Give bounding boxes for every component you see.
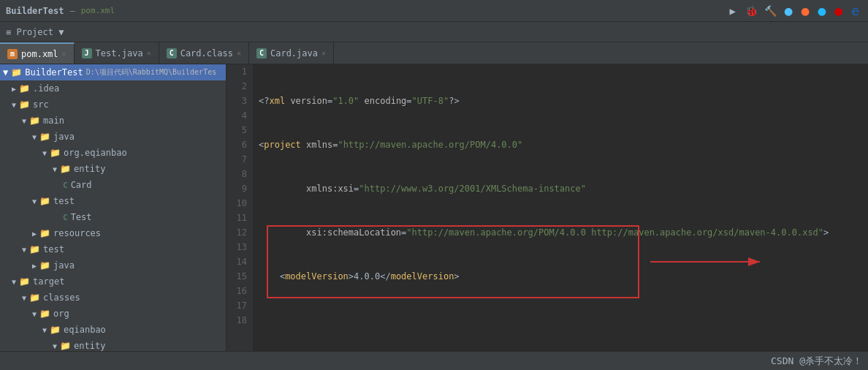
test-java-file-icon: C — [63, 213, 68, 222]
file-tree: ▼ 📁 BuilderTest D:\项目代码\RabbitMQ\Builder… — [0, 64, 226, 351]
tab-card-java-close[interactable]: ✕ — [321, 49, 326, 57]
main-chevron: ▼ — [22, 117, 26, 125]
tree-java[interactable]: ▼ 📁 java — [0, 129, 226, 145]
bottom-bar: CSDN @杀手不太冷！ — [0, 351, 868, 370]
tree-resources[interactable]: ▶ 📁 resources — [0, 225, 226, 241]
browser-icon-opera[interactable]: ● — [834, 3, 842, 19]
entity2-chevron: ▼ — [53, 342, 57, 350]
entity-chevron: ▼ — [53, 165, 57, 173]
project-bar[interactable]: ≡ Project ▼ — [0, 22, 868, 42]
test-folder-chevron: ▼ — [32, 197, 37, 205]
app-title: BuilderTest — [6, 6, 64, 16]
test2-folder-icon: 📁 — [29, 244, 40, 254]
ln-13: 13 — [232, 240, 247, 254]
org2-label: org — [53, 309, 69, 319]
main-area: ▼ 📁 BuilderTest D:\项目代码\RabbitMQ\Builder… — [0, 64, 868, 351]
main-label: main — [43, 116, 64, 126]
classes-folder-icon: 📁 — [29, 292, 40, 303]
test2-java-chevron: ▶ — [32, 262, 37, 270]
src-label: src — [33, 99, 49, 110]
code-line-1: <?xml version="1.0" encoding="UTF-8"?> — [259, 94, 862, 108]
top-bar-icons: ▶ 🐞 🔨 ● ● ● ● e — [725, 3, 862, 19]
root-folder-icon: 📁 — [11, 67, 22, 78]
eqianbao2-chevron: ▼ — [42, 326, 47, 334]
tree-entity[interactable]: ▼ 📁 entity — [0, 161, 226, 177]
tree-target[interactable]: ▼ 📁 target — [0, 273, 226, 290]
tree-eqianbao2[interactable]: ▼ 📁 eqianbao — [0, 322, 226, 338]
target-label: target — [33, 276, 64, 287]
tree-test-java[interactable]: C Test — [0, 209, 226, 225]
code-line-2: <project xmlns="http://maven.apache.org/… — [259, 137, 862, 152]
ln-9: 9 — [232, 181, 247, 196]
tree-entity2[interactable]: ▼ 📁 entity — [0, 338, 226, 351]
org-folder-icon: 📁 — [50, 148, 61, 158]
tab-test-close[interactable]: ✕ — [147, 49, 151, 57]
idea-label: .idea — [33, 83, 59, 94]
resources-label: resources — [53, 228, 101, 238]
tree-test-folder[interactable]: ▼ 📁 test — [0, 193, 226, 209]
tree-card-java[interactable]: C Card — [0, 177, 226, 193]
test-folder-label: test — [53, 196, 75, 206]
src-folder-icon: 📁 — [19, 99, 30, 110]
entity-label: entity — [74, 164, 105, 174]
tree-org-eqianbao[interactable]: ▼ 📁 org.eqianbao — [0, 145, 226, 161]
tree-src[interactable]: ▼ 📁 src — [0, 97, 226, 113]
tab-pom-close[interactable]: ✕ — [62, 50, 66, 58]
tab-test-java[interactable]: J Test.java ✕ — [75, 42, 159, 64]
card-java-file-icon: C — [63, 181, 68, 190]
pom-xml-icon: m — [7, 49, 18, 59]
ln-5: 5 — [232, 123, 247, 137]
tree-org2[interactable]: ▼ 📁 org — [0, 306, 226, 322]
debug-button[interactable]: 🐞 — [744, 3, 760, 19]
line-numbers: 1 2 3 4 5 6 7 8 9 10 11 12 13 14 15 16 1 — [226, 64, 253, 351]
browser-icon-firefox[interactable]: ● — [802, 3, 810, 19]
eqianbao2-label: eqianbao — [64, 325, 106, 335]
ln-8: 8 — [232, 167, 247, 181]
tab-card-class[interactable]: C Card.class ✕ — [159, 42, 249, 64]
tree-test2-java[interactable]: ▶ 📁 java — [0, 257, 226, 273]
ln-18: 18 — [232, 313, 247, 328]
root-label: BuilderTest — [25, 67, 83, 78]
tree-root[interactable]: ▼ 📁 BuilderTest D:\项目代码\RabbitMQ\Builder… — [0, 64, 226, 80]
tree-main[interactable]: ▼ 📁 main — [0, 113, 226, 129]
test-java-icon: J — [82, 48, 92, 58]
entity2-label: entity — [74, 341, 105, 351]
tree-classes[interactable]: ▼ 📁 classes — [0, 290, 226, 306]
tree-test2[interactable]: ▼ 📁 test — [0, 241, 226, 257]
browser-icon-chrome[interactable]: ● — [785, 3, 793, 19]
tab-card-class-close[interactable]: ✕ — [237, 49, 241, 57]
code-line-6 — [259, 313, 862, 328]
tab-pom-label: pom.xml — [21, 49, 58, 59]
build-button[interactable]: 🔨 — [763, 3, 779, 19]
tree-idea[interactable]: ▶ 📁 .idea — [0, 80, 226, 97]
java-label: java — [53, 132, 75, 142]
idea-chevron: ▶ — [12, 85, 16, 93]
browser-icon-edge[interactable]: ● — [818, 3, 826, 19]
folder-open-icon: ▼ — [3, 67, 8, 78]
tab-pom-xml[interactable]: m pom.xml ✕ — [0, 42, 75, 64]
ln-4: 4 — [232, 108, 247, 123]
tab-test-label: Test.java — [96, 48, 143, 58]
code-line-4: xsi:schemaLocation="http://maven.apache.… — [259, 225, 862, 240]
test2-label: test — [43, 244, 64, 254]
tab-card-java[interactable]: C Card.java ✕ — [249, 42, 334, 64]
root-path: D:\项目代码\RabbitMQ\BuilderTes — [86, 67, 216, 78]
editor-area[interactable]: 1 2 3 4 5 6 7 8 9 10 11 12 13 14 15 16 1 — [226, 64, 868, 351]
browser-icon-ie[interactable]: e — [851, 3, 859, 19]
code-line-5: <modelVersion>4.0.0</modelVersion> — [259, 269, 862, 284]
ln-12: 12 — [232, 225, 247, 240]
entity2-folder-icon: 📁 — [60, 341, 71, 351]
classes-label: classes — [43, 292, 80, 303]
run-button[interactable]: ▶ — [725, 3, 741, 19]
ln-6: 6 — [232, 137, 247, 152]
test2-java-folder-icon: 📁 — [39, 260, 50, 271]
ln-16: 16 — [232, 284, 247, 298]
tab-card-java-label: Card.java — [270, 48, 318, 58]
src-chevron: ▼ — [12, 101, 16, 109]
card-java-file-label: Card — [71, 180, 92, 190]
code-line-3: xmlns:xsi="http://www.w3.org/2001/XMLSch… — [259, 181, 862, 196]
ln-7: 7 — [232, 152, 247, 167]
resources-folder-icon: 📁 — [39, 228, 50, 238]
card-java-icon: C — [256, 48, 267, 58]
ln-14: 14 — [232, 254, 247, 269]
